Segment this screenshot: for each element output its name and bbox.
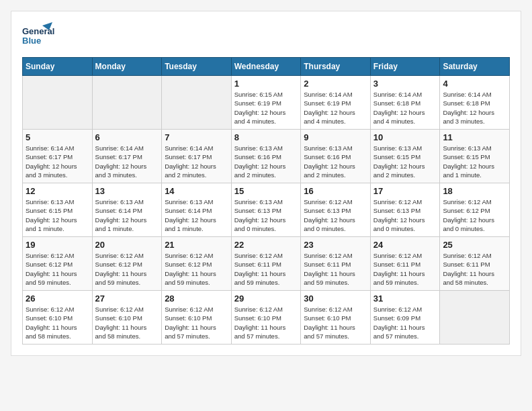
calendar-day-cell: 30Sunrise: 6:12 AM Sunset: 6:10 PM Dayli…	[301, 291, 371, 345]
calendar-day-cell: 26Sunrise: 6:12 AM Sunset: 6:10 PM Dayli…	[23, 291, 93, 345]
calendar-week-row: 19Sunrise: 6:12 AM Sunset: 6:12 PM Dayli…	[23, 237, 510, 291]
calendar-day-cell: 27Sunrise: 6:12 AM Sunset: 6:10 PM Dayli…	[92, 291, 162, 345]
calendar-day-cell: 12Sunrise: 6:13 AM Sunset: 6:15 PM Dayli…	[23, 183, 93, 237]
calendar-day-cell: 4Sunrise: 6:14 AM Sunset: 6:18 PM Daylig…	[440, 76, 510, 130]
day-number: 29	[234, 293, 298, 304]
logo: GeneralBlue	[22, 22, 56, 49]
calendar-day-cell: 23Sunrise: 6:12 AM Sunset: 6:11 PM Dayli…	[301, 237, 371, 291]
calendar-day-cell: 14Sunrise: 6:13 AM Sunset: 6:14 PM Dayli…	[162, 183, 232, 237]
day-number: 14	[165, 186, 228, 196]
calendar-day-cell	[23, 76, 93, 130]
day-number: 21	[165, 240, 228, 250]
day-number: 30	[304, 293, 367, 304]
day-number: 6	[95, 132, 159, 142]
calendar-day-cell: 29Sunrise: 6:12 AM Sunset: 6:10 PM Dayli…	[231, 291, 301, 345]
calendar-day-cell: 5Sunrise: 6:14 AM Sunset: 6:17 PM Daylig…	[23, 130, 93, 183]
calendar-day-cell: 16Sunrise: 6:12 AM Sunset: 6:13 PM Dayli…	[301, 183, 371, 237]
weekday-header-cell: Wednesday	[231, 58, 301, 76]
day-info: Sunrise: 6:13 AM Sunset: 6:16 PM Dayligh…	[234, 144, 298, 179]
weekday-header-cell: Thursday	[301, 58, 371, 76]
day-info: Sunrise: 6:12 AM Sunset: 6:09 PM Dayligh…	[373, 305, 437, 340]
day-info: Sunrise: 6:12 AM Sunset: 6:12 PM Dayligh…	[165, 251, 228, 287]
day-info: Sunrise: 6:12 AM Sunset: 6:10 PM Dayligh…	[304, 305, 367, 340]
day-number: 25	[443, 240, 506, 250]
day-info: Sunrise: 6:13 AM Sunset: 6:15 PM Dayligh…	[26, 197, 89, 233]
weekday-header-cell: Sunday	[23, 58, 93, 76]
day-info: Sunrise: 6:12 AM Sunset: 6:13 PM Dayligh…	[373, 197, 437, 233]
day-info: Sunrise: 6:13 AM Sunset: 6:15 PM Dayligh…	[443, 144, 506, 179]
day-number: 27	[95, 293, 159, 304]
day-number: 8	[234, 132, 298, 142]
day-number: 28	[165, 293, 228, 304]
day-info: Sunrise: 6:14 AM Sunset: 6:19 PM Dayligh…	[304, 90, 367, 126]
day-info: Sunrise: 6:13 AM Sunset: 6:13 PM Dayligh…	[234, 197, 298, 233]
day-info: Sunrise: 6:12 AM Sunset: 6:11 PM Dayligh…	[373, 251, 437, 287]
calendar-day-cell: 2Sunrise: 6:14 AM Sunset: 6:19 PM Daylig…	[301, 76, 371, 130]
day-info: Sunrise: 6:12 AM Sunset: 6:10 PM Dayligh…	[26, 305, 89, 340]
calendar-week-row: 5Sunrise: 6:14 AM Sunset: 6:17 PM Daylig…	[23, 130, 510, 183]
header: GeneralBlue	[22, 22, 510, 49]
calendar-day-cell: 11Sunrise: 6:13 AM Sunset: 6:15 PM Dayli…	[440, 130, 510, 183]
day-number: 2	[304, 79, 367, 89]
calendar-day-cell: 3Sunrise: 6:14 AM Sunset: 6:18 PM Daylig…	[370, 76, 440, 130]
day-number: 13	[95, 186, 159, 196]
calendar-day-cell: 20Sunrise: 6:12 AM Sunset: 6:12 PM Dayli…	[92, 237, 162, 291]
calendar-day-cell: 15Sunrise: 6:13 AM Sunset: 6:13 PM Dayli…	[231, 183, 301, 237]
day-info: Sunrise: 6:12 AM Sunset: 6:10 PM Dayligh…	[234, 305, 298, 340]
calendar-week-row: 26Sunrise: 6:12 AM Sunset: 6:10 PM Dayli…	[23, 291, 510, 345]
calendar-body: 1Sunrise: 6:15 AM Sunset: 6:19 PM Daylig…	[23, 76, 510, 345]
calendar-day-cell: 9Sunrise: 6:13 AM Sunset: 6:16 PM Daylig…	[301, 130, 371, 183]
day-number: 4	[443, 79, 506, 89]
day-info: Sunrise: 6:14 AM Sunset: 6:17 PM Dayligh…	[95, 144, 159, 179]
weekday-header-cell: Monday	[92, 58, 162, 76]
calendar-day-cell: 17Sunrise: 6:12 AM Sunset: 6:13 PM Dayli…	[370, 183, 440, 237]
day-info: Sunrise: 6:12 AM Sunset: 6:11 PM Dayligh…	[234, 251, 298, 287]
calendar-day-cell: 22Sunrise: 6:12 AM Sunset: 6:11 PM Dayli…	[231, 237, 301, 291]
day-number: 11	[443, 132, 506, 142]
calendar-table: SundayMondayTuesdayWednesdayThursdayFrid…	[22, 57, 510, 345]
weekday-header-cell: Saturday	[440, 58, 510, 76]
calendar-day-cell: 25Sunrise: 6:12 AM Sunset: 6:11 PM Dayli…	[440, 237, 510, 291]
day-info: Sunrise: 6:12 AM Sunset: 6:13 PM Dayligh…	[304, 197, 367, 233]
day-number: 15	[234, 186, 298, 196]
svg-text:Blue: Blue	[22, 36, 41, 46]
logo-svg: GeneralBlue	[22, 22, 56, 49]
day-number: 17	[373, 186, 437, 196]
calendar-day-cell: 7Sunrise: 6:14 AM Sunset: 6:17 PM Daylig…	[162, 130, 232, 183]
day-number: 3	[373, 79, 437, 89]
day-number: 10	[373, 132, 437, 142]
calendar-day-cell: 1Sunrise: 6:15 AM Sunset: 6:19 PM Daylig…	[231, 76, 301, 130]
weekday-header-row: SundayMondayTuesdayWednesdayThursdayFrid…	[23, 58, 510, 76]
day-info: Sunrise: 6:13 AM Sunset: 6:15 PM Dayligh…	[373, 144, 437, 179]
weekday-header-cell: Friday	[370, 58, 440, 76]
day-number: 9	[304, 132, 367, 142]
day-info: Sunrise: 6:14 AM Sunset: 6:17 PM Dayligh…	[165, 144, 228, 179]
day-number: 7	[165, 132, 228, 142]
weekday-header-cell: Tuesday	[162, 58, 232, 76]
calendar-day-cell: 8Sunrise: 6:13 AM Sunset: 6:16 PM Daylig…	[231, 130, 301, 183]
day-info: Sunrise: 6:14 AM Sunset: 6:18 PM Dayligh…	[373, 90, 437, 126]
calendar-day-cell: 18Sunrise: 6:12 AM Sunset: 6:12 PM Dayli…	[440, 183, 510, 237]
calendar-day-cell: 13Sunrise: 6:13 AM Sunset: 6:14 PM Dayli…	[92, 183, 162, 237]
day-info: Sunrise: 6:12 AM Sunset: 6:12 PM Dayligh…	[26, 251, 89, 287]
calendar-day-cell: 10Sunrise: 6:13 AM Sunset: 6:15 PM Dayli…	[370, 130, 440, 183]
day-info: Sunrise: 6:12 AM Sunset: 6:10 PM Dayligh…	[95, 305, 159, 340]
day-number: 1	[234, 79, 298, 89]
day-info: Sunrise: 6:14 AM Sunset: 6:17 PM Dayligh…	[26, 144, 89, 179]
calendar-week-row: 1Sunrise: 6:15 AM Sunset: 6:19 PM Daylig…	[23, 76, 510, 130]
day-info: Sunrise: 6:12 AM Sunset: 6:12 PM Dayligh…	[95, 251, 159, 287]
day-number: 20	[95, 240, 159, 250]
day-info: Sunrise: 6:13 AM Sunset: 6:16 PM Dayligh…	[304, 144, 367, 179]
calendar-day-cell: 21Sunrise: 6:12 AM Sunset: 6:12 PM Dayli…	[162, 237, 232, 291]
svg-text:General: General	[22, 26, 54, 36]
day-info: Sunrise: 6:14 AM Sunset: 6:18 PM Dayligh…	[443, 90, 506, 126]
day-info: Sunrise: 6:15 AM Sunset: 6:19 PM Dayligh…	[234, 90, 298, 126]
day-number: 26	[26, 293, 89, 304]
day-number: 18	[443, 186, 506, 196]
calendar-day-cell: 6Sunrise: 6:14 AM Sunset: 6:17 PM Daylig…	[92, 130, 162, 183]
day-number: 23	[304, 240, 367, 250]
day-info: Sunrise: 6:12 AM Sunset: 6:11 PM Dayligh…	[304, 251, 367, 287]
day-info: Sunrise: 6:12 AM Sunset: 6:12 PM Dayligh…	[443, 197, 506, 233]
day-info: Sunrise: 6:13 AM Sunset: 6:14 PM Dayligh…	[165, 197, 228, 233]
day-number: 16	[304, 186, 367, 196]
